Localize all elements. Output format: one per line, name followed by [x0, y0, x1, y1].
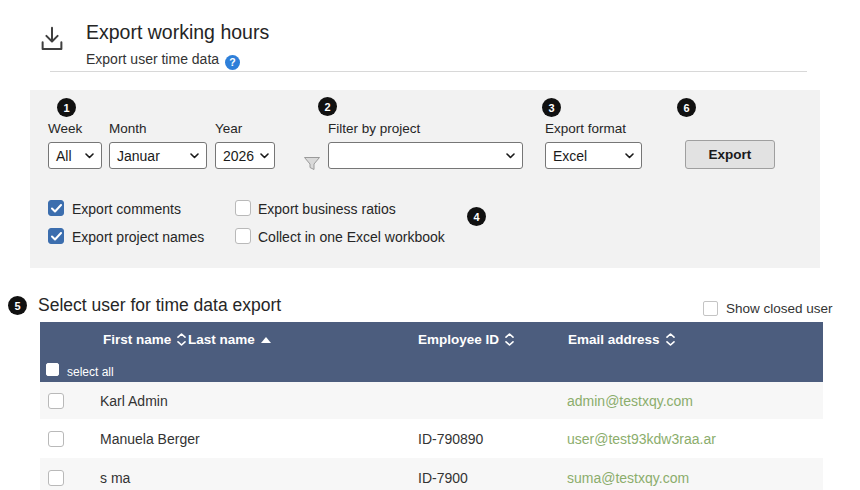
- chevron-down-icon: [506, 153, 515, 159]
- show-closed-user-checkbox[interactable]: [703, 301, 718, 316]
- sort-both-icon: [505, 333, 514, 346]
- chevron-down-icon: [260, 153, 269, 159]
- chevron-down-icon: [625, 153, 634, 159]
- month-label: Month: [109, 121, 147, 136]
- collect-one-workbook-checkbox[interactable]: [235, 228, 251, 244]
- export-business-ratios-checkbox[interactable]: [235, 200, 251, 216]
- page-subtitle-row: Export user time data?: [86, 50, 240, 70]
- table-row[interactable]: Karl Admin admin@testxqy.com: [40, 382, 823, 419]
- year-select-value: 2026: [223, 148, 254, 164]
- select-all-label: select all: [67, 365, 114, 379]
- email-address: admin@testxqy.com: [567, 393, 693, 409]
- user-name: Manuela Berger: [100, 431, 200, 447]
- export-comments-checkbox[interactable]: [48, 200, 64, 216]
- column-header-last-name[interactable]: Last name: [188, 332, 271, 347]
- user-table: First name Last name Employee ID Email a…: [40, 322, 823, 490]
- project-select[interactable]: [328, 142, 523, 169]
- year-label: Year: [215, 121, 242, 136]
- employee-id: ID-790890: [418, 431, 483, 447]
- export-business-ratios-label: Export business ratios: [258, 201, 396, 217]
- step-badge-1: 1: [57, 98, 76, 117]
- export-format-select[interactable]: Excel: [545, 142, 642, 169]
- user-table-header: First name Last name Employee ID Email a…: [40, 322, 823, 382]
- table-row[interactable]: s ma ID-7900 suma@testxqy.com: [40, 458, 823, 490]
- filter-funnel-icon: [303, 156, 321, 176]
- email-address: suma@testxqy.com: [567, 470, 689, 486]
- week-select[interactable]: All: [48, 142, 102, 169]
- row-checkbox[interactable]: [48, 470, 64, 486]
- table-row[interactable]: Manuela Berger ID-790890 user@test93kdw3…: [40, 419, 823, 458]
- column-header-employee-id[interactable]: Employee ID: [418, 332, 514, 347]
- week-label: Week: [48, 121, 82, 136]
- row-checkbox[interactable]: [48, 393, 64, 409]
- export-format-select-value: Excel: [553, 148, 587, 164]
- chevron-down-icon: [85, 153, 94, 159]
- page-title: Export working hours: [86, 21, 269, 44]
- export-comments-label: Export comments: [72, 201, 181, 217]
- export-project-names-checkbox[interactable]: [48, 228, 64, 244]
- row-checkbox[interactable]: [48, 431, 64, 447]
- employee-id: ID-7900: [418, 470, 468, 486]
- select-all-checkbox[interactable]: [46, 363, 59, 376]
- step-badge-6: 6: [677, 98, 696, 117]
- user-section-heading: Select user for time data export: [38, 295, 281, 316]
- user-name: Karl Admin: [100, 393, 168, 409]
- collect-one-workbook-label: Collect in one Excel workbook: [258, 229, 445, 245]
- user-name: s ma: [100, 470, 130, 486]
- sort-both-icon: [666, 333, 675, 346]
- help-icon[interactable]: ?: [225, 55, 240, 70]
- project-filter-label: Filter by project: [328, 121, 420, 136]
- export-button[interactable]: Export: [685, 140, 775, 169]
- download-icon: [37, 25, 67, 57]
- sort-both-icon: [177, 333, 186, 346]
- show-closed-user-label: Show closed user: [726, 301, 833, 316]
- column-header-email-address[interactable]: Email address: [568, 332, 675, 347]
- column-header-first-name[interactable]: First name: [103, 332, 186, 347]
- header-divider: [50, 71, 807, 72]
- step-badge-2: 2: [318, 97, 337, 116]
- export-working-hours-page: Export working hours Export user time da…: [0, 0, 860, 490]
- sort-asc-icon: [261, 337, 271, 343]
- step-badge-4: 4: [467, 207, 486, 226]
- export-project-names-label: Export project names: [72, 229, 204, 245]
- chevron-down-icon: [190, 153, 199, 159]
- page-subtitle: Export user time data: [86, 51, 219, 67]
- month-select-value: Januar: [117, 148, 160, 164]
- month-select[interactable]: Januar: [109, 142, 207, 169]
- step-badge-5: 5: [8, 296, 27, 315]
- export-format-label: Export format: [545, 121, 626, 136]
- email-address: user@test93kdw3raa.ar: [567, 431, 716, 447]
- step-badge-3: 3: [542, 98, 561, 117]
- year-select[interactable]: 2026: [215, 142, 275, 169]
- week-select-value: All: [56, 148, 72, 164]
